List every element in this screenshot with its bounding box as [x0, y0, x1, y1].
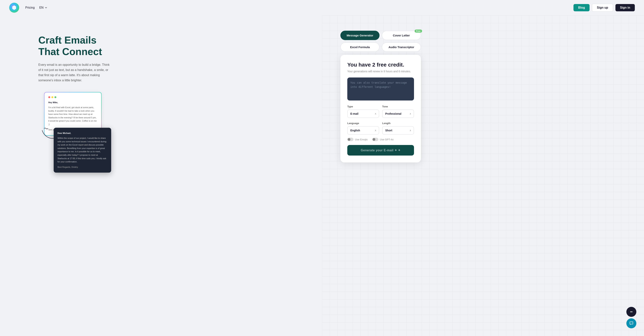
svg-point-2: [632, 311, 632, 312]
nav-links: Pricing EN: [25, 6, 574, 10]
toggles-row: Use Emojis Use GPT-4o: [347, 138, 414, 141]
email-light-body: I'm a bit fried with Excel, got stuck at…: [48, 106, 97, 126]
tab-message-label: Message Generator: [346, 34, 373, 37]
email-previews: Hey Mike, I'm a bit fried with Excel, go…: [38, 92, 111, 173]
card-subtitle: Your generations will renew in 9 hours a…: [347, 70, 414, 73]
nav-actions: Blog Sign up Sign in: [574, 4, 635, 12]
nav-language-selector[interactable]: EN: [39, 6, 47, 10]
dot-yellow: [51, 96, 53, 98]
tab-cover-label: Cover Letter: [393, 34, 410, 37]
emojis-toggle-item: Use Emojis: [347, 138, 368, 141]
free-badge: Free: [414, 30, 422, 33]
gpt-label: Use GPT-4o: [380, 138, 394, 141]
language-group: Language English Spanish French: [347, 122, 379, 135]
type-label: Type: [347, 105, 379, 108]
chat-bubble-blue[interactable]: [626, 318, 636, 328]
signup-button[interactable]: Sign up: [592, 4, 613, 12]
navbar: Pricing EN Blog Sign up Sign in: [0, 0, 644, 15]
blog-button[interactable]: Blog: [574, 4, 590, 11]
tab-cover-letter[interactable]: Cover Letter Free: [382, 31, 421, 40]
svg-point-1: [631, 311, 632, 312]
logo[interactable]: [9, 3, 19, 13]
length-select[interactable]: Short Medium Long: [382, 126, 414, 135]
type-group: Type E-mail SMS Chat: [347, 105, 379, 118]
tab-excel-label: Excel Formula: [350, 46, 370, 49]
email-dark-sign: Best Regards, Dmitriy: [58, 166, 107, 169]
hero-right: Message Generator Cover Letter Free Exce…: [126, 27, 635, 162]
hero-left: Craft Emails That Connect Every email is…: [38, 27, 111, 173]
tone-select[interactable]: Professional Casual Formal: [382, 110, 414, 118]
tool-tabs: Message Generator Cover Letter Free Exce…: [340, 31, 421, 52]
type-select[interactable]: E-mail SMS Chat: [347, 110, 379, 118]
tab-excel-formula[interactable]: Excel Formula: [340, 42, 380, 52]
hero-description: Every email is an opportunity to build a…: [38, 62, 111, 83]
nav-lang-label: EN: [39, 6, 44, 10]
tab-message-generator[interactable]: Message Generator: [340, 31, 380, 40]
email-card-dark: Dear Michael, Within the scope of our pr…: [54, 128, 111, 173]
dot-red: [48, 96, 50, 98]
language-select-wrapper: English Spanish French: [347, 126, 379, 135]
message-textarea[interactable]: [347, 78, 414, 101]
signin-button[interactable]: Sign in: [616, 4, 635, 11]
length-label: Length: [382, 122, 414, 125]
form-row-1: Type E-mail SMS Chat Tone Professional: [347, 105, 414, 118]
email-dark-content: Dear Michael, Within the scope of our pr…: [58, 132, 107, 169]
hero-section: Craft Emails That Connect Every email is…: [0, 15, 644, 336]
svg-point-0: [630, 311, 631, 312]
generate-button[interactable]: Generate your E-mail ✦ ✦: [347, 145, 414, 156]
window-dots: [48, 96, 97, 98]
chat-bubble-dark[interactable]: [626, 307, 636, 317]
email-dark-body: Within the scope of our project, I would…: [58, 137, 107, 164]
tone-group: Tone Professional Casual Formal: [382, 105, 414, 118]
hero-title: Craft Emails That Connect: [38, 35, 111, 58]
gpt-toggle[interactable]: [372, 138, 378, 141]
language-select[interactable]: English Spanish French: [347, 126, 379, 135]
dot-green: [54, 96, 56, 98]
nav-pricing[interactable]: Pricing: [25, 6, 35, 10]
length-group: Length Short Medium Long: [382, 122, 414, 135]
emojis-label: Use Emojis: [355, 138, 368, 141]
emojis-toggle[interactable]: [347, 138, 354, 141]
email-dark-greeting: Dear Michael,: [58, 132, 107, 135]
gpt-toggle-item: Use GPT-4o: [372, 138, 394, 141]
email-light-greeting: Hey Mike,: [48, 101, 97, 104]
language-label: Language: [347, 122, 379, 125]
tone-select-wrapper: Professional Casual Formal: [382, 110, 414, 118]
generator-card: You have 2 free credit. Your generations…: [340, 55, 421, 162]
card-title: You have 2 free credit.: [347, 62, 414, 68]
form-row-2: Language English Spanish French Length S…: [347, 122, 414, 135]
tab-audio-label: Audio Transcriptor: [388, 46, 414, 49]
tab-audio-transcriptor[interactable]: Audio Transcriptor: [382, 42, 421, 52]
type-select-wrapper: E-mail SMS Chat: [347, 110, 379, 118]
length-select-wrapper: Short Medium Long: [382, 126, 414, 135]
tone-label: Tone: [382, 105, 414, 108]
